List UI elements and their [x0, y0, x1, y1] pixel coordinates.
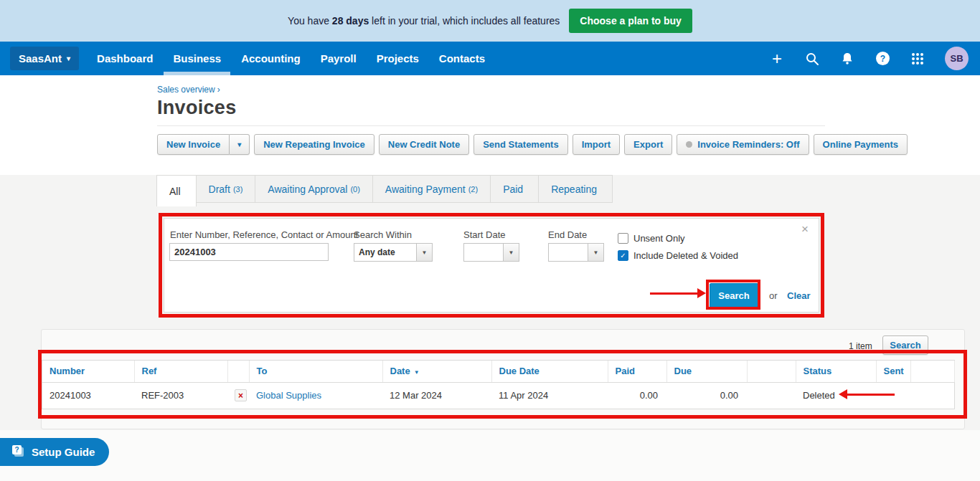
export-button[interactable]: Export [624, 134, 672, 155]
tab-awaiting-approval[interactable]: Awaiting Approval(0) [255, 175, 373, 203]
import-button[interactable]: Import [573, 134, 620, 155]
nav-item-payroll[interactable]: Payroll [321, 42, 357, 75]
include-deleted-checkbox[interactable]: ✓ [618, 250, 628, 261]
col-paid[interactable]: Paid [608, 361, 666, 382]
cell-spacer [747, 382, 796, 409]
nav-item-contacts[interactable]: Contacts [439, 42, 485, 75]
org-menu-button[interactable]: SaasAnt ▾ [10, 47, 79, 70]
dropdown-arrow-icon: ▼ [503, 244, 519, 261]
annotation-arrow-to-deleted [847, 394, 895, 396]
col-status[interactable]: Status [796, 361, 876, 382]
trial-banner: You have 28 days left in your trial, whi… [0, 0, 980, 42]
plus-icon[interactable]: + [769, 51, 785, 67]
col-due-date[interactable]: Due Date [491, 361, 608, 382]
search-button[interactable]: Search [710, 283, 758, 308]
nav-item-dashboard[interactable]: Dashboard [97, 42, 153, 75]
cell-delete: × [227, 382, 249, 409]
annotation-arrow-to-search [650, 292, 699, 295]
setup-guide-icon: ? [11, 444, 25, 459]
tab-repeating[interactable]: Repeating [538, 175, 613, 203]
table-header-row: Number Ref To Date▼ Due Date Paid Due St… [42, 361, 954, 382]
table-search-button[interactable]: Search [882, 335, 928, 355]
col-number[interactable]: Number [42, 361, 134, 382]
nav-item-projects[interactable]: Projects [377, 42, 419, 75]
caret-down-icon: ▾ [67, 54, 70, 62]
cell-ref: REF-2003 [134, 382, 227, 409]
new-invoice-split-button: New Invoice ▾ [157, 134, 250, 155]
search-within-label: Search Within [354, 229, 412, 240]
unsent-only-checkbox[interactable] [618, 233, 628, 244]
header-divider [157, 125, 825, 126]
bell-icon[interactable] [839, 51, 855, 67]
cell-due: 0.00 [666, 382, 747, 409]
clear-link[interactable]: Clear [787, 290, 811, 301]
invoice-reminders-button[interactable]: Invoice Reminders: Off [677, 134, 809, 155]
col-ref[interactable]: Ref [134, 361, 227, 382]
svg-text:?: ? [880, 54, 885, 64]
checkmark-icon: ✓ [620, 252, 626, 259]
search-icon[interactable] [804, 51, 820, 67]
include-deleted-checkbox-row[interactable]: ✓ Include Deleted & Voided [618, 250, 738, 261]
help-icon[interactable]: ? [875, 51, 890, 67]
nav-icon-group: + ? SB [769, 47, 969, 70]
send-statements-button[interactable]: Send Statements [473, 134, 567, 155]
close-icon[interactable]: × [801, 222, 809, 237]
search-field-label: Enter Number, Reference, Contact or Amou… [170, 229, 358, 240]
cell-spacer-end [910, 382, 954, 409]
col-to[interactable]: To [249, 361, 382, 382]
toolbar: New Invoice ▾ New Repeating Invoice New … [157, 134, 980, 155]
dropdown-arrow-icon: ▼ [588, 244, 603, 261]
start-date-select[interactable]: ▼ [463, 243, 519, 262]
dropdown-arrow-icon: ▼ [416, 244, 432, 261]
page-title: Invoices [157, 97, 980, 119]
cell-due-date: 11 Apr 2024 [491, 382, 608, 409]
new-invoice-button[interactable]: New Invoice [157, 134, 230, 155]
new-repeating-invoice-button[interactable]: New Repeating Invoice [254, 134, 374, 155]
unsent-only-checkbox-row[interactable]: Unsent Only [618, 233, 685, 244]
tab-draft[interactable]: Draft(3) [196, 175, 256, 203]
end-date-select[interactable]: ▼ [548, 243, 604, 262]
col-due[interactable]: Due [666, 361, 747, 382]
delete-x-icon[interactable]: × [235, 389, 247, 401]
footer-background [0, 430, 980, 481]
choose-plan-button[interactable]: Choose a plan to buy [569, 9, 692, 33]
table-row[interactable]: 20241003 REF-2003 × Global Supplies 12 M… [42, 382, 954, 409]
invoice-table: Number Ref To Date▼ Due Date Paid Due St… [42, 360, 955, 409]
invoice-tabs: All Draft(3) Awaiting Approval(0) Awaiti… [157, 175, 613, 206]
start-date-label: Start Date [463, 229, 506, 240]
navbar: SaasAnt ▾ Dashboard Business Accounting … [0, 42, 980, 75]
nav-item-accounting[interactable]: Accounting [241, 42, 301, 75]
cell-date: 12 Mar 2024 [382, 382, 491, 409]
new-credit-note-button[interactable]: New Credit Note [379, 134, 469, 155]
caret-down-icon: ▾ [237, 141, 241, 148]
col-sent[interactable]: Sent [876, 361, 910, 382]
cell-number: 20241003 [42, 382, 134, 409]
page-header-area: Sales overview› Invoices New Invoice ▾ N… [0, 75, 980, 175]
search-within-select[interactable]: Any date ▼ [354, 243, 433, 262]
online-payments-button[interactable]: Online Payments [814, 134, 908, 155]
setup-guide-button[interactable]: ? Setup Guide [0, 438, 109, 466]
nav-menu: Dashboard Business Accounting Payroll Pr… [97, 42, 485, 75]
tab-paid[interactable]: Paid [490, 175, 539, 203]
col-date[interactable]: Date▼ [382, 361, 491, 382]
search-panel: Enter Number, Reference, Contact or Amou… [164, 218, 819, 313]
cell-to: Global Supplies [249, 382, 382, 409]
nav-item-business[interactable]: Business [173, 42, 221, 75]
breadcrumb[interactable]: Sales overview› [157, 85, 980, 95]
end-date-label: End Date [548, 229, 587, 240]
svg-text:?: ? [14, 446, 19, 454]
search-input[interactable] [169, 243, 329, 261]
new-invoice-dropdown-button[interactable]: ▾ [230, 134, 250, 155]
status-dot-icon [686, 141, 692, 148]
col-actions [227, 361, 249, 382]
item-count: 1 item [849, 341, 872, 351]
breadcrumb-link[interactable]: Sales overview [157, 85, 215, 95]
cell-paid: 0.00 [608, 382, 666, 409]
col-spacer [747, 361, 796, 382]
user-avatar[interactable]: SB [945, 47, 969, 70]
contact-link[interactable]: Global Supplies [256, 390, 321, 401]
apps-grid-icon[interactable] [910, 51, 925, 67]
trial-message: You have 28 days left in your trial, whi… [288, 15, 560, 27]
tab-awaiting-payment[interactable]: Awaiting Payment(2) [372, 175, 491, 203]
tab-all[interactable]: All [156, 175, 197, 206]
